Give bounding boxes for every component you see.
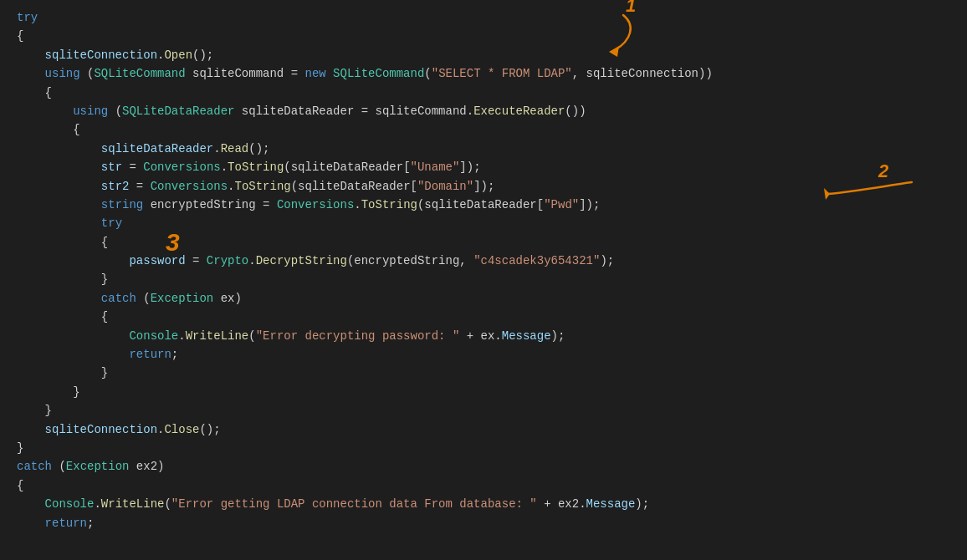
code-line: { xyxy=(0,27,967,45)
token: (sqliteDataReader[ xyxy=(284,160,410,174)
line-content: { xyxy=(17,27,23,45)
token: "Error getting LDAP connection data From… xyxy=(171,497,537,511)
line-content: str2 = Conversions.ToString(sqliteDataRe… xyxy=(17,177,494,196)
token: (); xyxy=(192,48,213,62)
token: ()) xyxy=(565,104,586,118)
token: } xyxy=(17,441,23,455)
token: . xyxy=(354,198,361,211)
token: SQLiteDataReader xyxy=(122,104,234,118)
code-line: password = Crypto.DecryptString(encrypte… xyxy=(0,252,967,270)
token: encryptedString = xyxy=(143,198,277,211)
line-content: { xyxy=(17,120,80,139)
token: Console xyxy=(45,497,95,511)
code-line: { xyxy=(0,233,967,252)
code-line: try xyxy=(0,214,967,232)
token: WriteLine xyxy=(101,497,165,511)
token: ( xyxy=(136,292,151,305)
code-line: sqliteConnection.Open(); xyxy=(0,46,967,64)
token: { xyxy=(101,236,108,249)
line-content: } xyxy=(17,270,108,288)
token: try xyxy=(101,216,122,230)
token: return xyxy=(45,517,87,530)
line-content: sqliteConnection.Close(); xyxy=(17,420,221,439)
line-content: sqliteDataReader.Read(); xyxy=(17,140,269,158)
token: WriteLine xyxy=(186,329,249,343)
token: DecryptString xyxy=(256,254,347,267)
token: "c4scadek3y654321" xyxy=(473,254,600,267)
code-line: Console.WriteLine("Error decrypting pass… xyxy=(0,327,967,345)
token: "Error decrypting password: " xyxy=(256,329,460,343)
token: Crypto xyxy=(207,254,248,267)
line-content: Console.WriteLine("Error decrypting pass… xyxy=(17,327,565,345)
token: ; xyxy=(87,517,94,530)
line-content: password = Crypto.DecryptString(encrypte… xyxy=(17,252,614,270)
token: Conversions xyxy=(143,160,220,174)
code-line: str2 = Conversions.ToString(sqliteDataRe… xyxy=(0,177,967,196)
token: password xyxy=(129,254,185,267)
code-line: using (SQLiteDataReader sqliteDataReader… xyxy=(0,102,967,120)
code-line: { xyxy=(0,84,967,102)
line-content: { xyxy=(17,233,108,252)
token: } xyxy=(45,404,52,417)
token: ]); xyxy=(473,180,494,193)
code-line: using (SQLiteCommand sqliteCommand = new… xyxy=(0,64,967,83)
line-content: try xyxy=(17,214,122,232)
token: sqliteDataReader = sqliteCommand. xyxy=(234,104,473,118)
code-line: { xyxy=(0,120,967,139)
token: ); xyxy=(551,329,565,343)
token: Close xyxy=(164,423,199,436)
token: ex2) xyxy=(129,460,164,473)
token: (sqliteDataReader[ xyxy=(417,198,544,211)
token: Message xyxy=(586,497,636,511)
token: sqliteConnection xyxy=(45,48,157,62)
token: Open xyxy=(164,48,192,62)
token: "Uname" xyxy=(411,160,460,174)
token: (encryptedString, xyxy=(347,254,473,267)
token: { xyxy=(17,479,23,492)
token: Read xyxy=(221,142,249,155)
token: catch xyxy=(101,292,136,305)
code-line: try xyxy=(0,8,967,27)
token: str2 xyxy=(101,180,130,193)
code-block: try{ sqliteConnection.Open(); using (SQL… xyxy=(0,0,967,541)
code-line: } xyxy=(0,270,967,288)
token: ( xyxy=(80,67,95,80)
code-line: sqliteConnection.Close(); xyxy=(0,420,967,439)
line-content: { xyxy=(17,84,52,102)
line-content: Console.WriteLine("Error getting LDAP co… xyxy=(17,495,649,513)
token: SQLiteCommand xyxy=(94,67,185,80)
line-content: return; xyxy=(17,345,178,364)
token: ]); xyxy=(579,198,600,211)
token: ( xyxy=(164,497,171,511)
token: (); xyxy=(199,423,220,436)
token: { xyxy=(45,86,52,99)
code-line: } xyxy=(0,439,967,457)
token: new xyxy=(304,67,325,80)
token: ex) xyxy=(213,292,242,305)
code-line: { xyxy=(0,476,967,495)
token: ( xyxy=(108,104,122,118)
line-content: { xyxy=(17,308,108,326)
code-line: catch (Exception ex) xyxy=(0,289,967,308)
token: ( xyxy=(52,460,66,473)
token: + ex2. xyxy=(537,497,586,511)
token: . xyxy=(94,497,100,511)
line-content: using (SQLiteDataReader sqliteDataReader… xyxy=(17,102,586,120)
token: { xyxy=(17,29,23,43)
token: = xyxy=(129,180,150,193)
code-line: return; xyxy=(0,514,967,532)
token: Message xyxy=(502,329,551,343)
line-content: catch (Exception ex) xyxy=(17,289,242,308)
token: (); xyxy=(248,142,269,155)
line-content: sqliteConnection.Open(); xyxy=(17,46,213,64)
code-line: { xyxy=(0,308,967,326)
token: sqliteConnection xyxy=(45,423,157,436)
token: string xyxy=(101,198,143,211)
token: } xyxy=(73,385,79,399)
token: Console xyxy=(129,329,178,343)
token: sqliteDataReader xyxy=(101,142,213,155)
token: ( xyxy=(424,67,431,80)
token: return xyxy=(129,348,171,361)
token: ]); xyxy=(459,160,480,174)
token: ToString xyxy=(361,198,417,211)
